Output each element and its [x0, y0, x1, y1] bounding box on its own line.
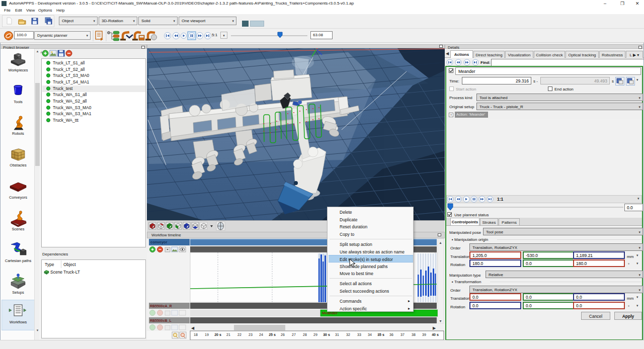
svg-text:40 s: 40 s	[432, 333, 439, 336]
svg-text:38: 38	[412, 333, 416, 336]
svg-text:32: 32	[346, 333, 350, 336]
svg-text:22: 22	[237, 333, 242, 336]
svg-text:37: 37	[400, 333, 405, 336]
svg-text:26: 26	[281, 333, 285, 336]
svg-text:28: 28	[303, 333, 307, 336]
svg-text:36: 36	[389, 333, 393, 336]
svg-text:30 s: 30 s	[323, 333, 330, 336]
svg-text:25 s: 25 s	[269, 333, 276, 336]
svg-text:27: 27	[292, 333, 296, 336]
svg-text:34: 34	[368, 333, 372, 336]
svg-text:23: 23	[249, 333, 253, 336]
svg-text:conveyor: conveyor	[150, 240, 167, 244]
svg-text:20 s: 20 s	[214, 333, 221, 336]
svg-text:◀: ◀	[191, 326, 195, 330]
svg-text:24: 24	[259, 333, 263, 336]
svg-text:21: 21	[226, 333, 230, 336]
svg-text:RB5500cA_R: RB5500cA_R	[150, 304, 172, 308]
svg-text:33: 33	[357, 333, 361, 336]
svg-text:31: 31	[335, 333, 339, 336]
svg-text:18: 18	[194, 333, 198, 336]
svg-text:▼: ▼	[439, 319, 442, 323]
svg-text:19: 19	[205, 333, 209, 336]
svg-text:RB5500cB_L: RB5500cB_L	[150, 319, 172, 322]
svg-text:▶: ▶	[433, 326, 436, 330]
svg-text:35 s: 35 s	[377, 333, 384, 336]
svg-text:▲: ▲	[439, 241, 442, 244]
svg-text:39: 39	[422, 333, 426, 336]
svg-text:29: 29	[313, 333, 317, 336]
